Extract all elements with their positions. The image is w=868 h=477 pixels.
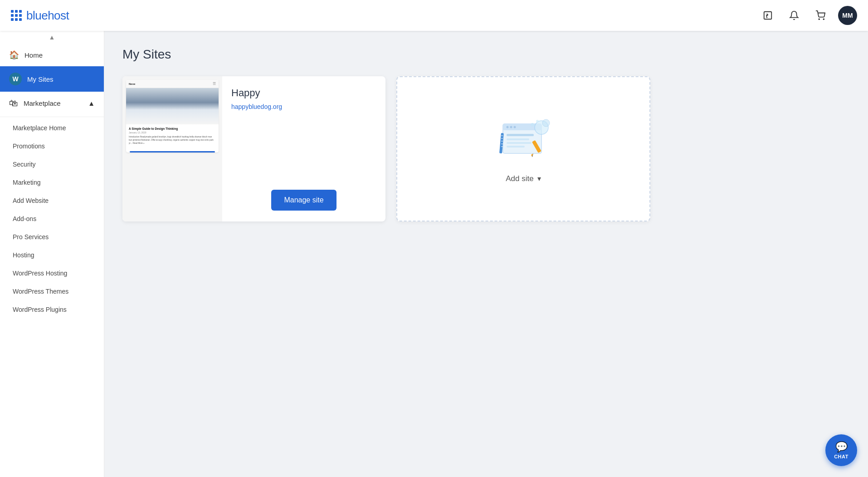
site-card: Neve ☰ A Simple Guide to Design Thinking… bbox=[122, 76, 385, 221]
help-icon bbox=[763, 10, 773, 20]
sidebar-item-promotions[interactable]: Promotions bbox=[0, 137, 104, 155]
svg-rect-12 bbox=[507, 146, 525, 148]
svg-rect-10 bbox=[507, 138, 529, 140]
sidebar-marketplace-label: Marketplace bbox=[24, 99, 61, 107]
svg-point-8 bbox=[514, 126, 516, 128]
logo-text: bluehost bbox=[26, 9, 69, 23]
sidebar-item-marketing[interactable]: Marketing bbox=[0, 173, 104, 192]
site-thumbnail: Neve ☰ A Simple Guide to Design Thinking… bbox=[122, 76, 222, 221]
bag-icon: 🛍 bbox=[9, 98, 18, 108]
bell-icon bbox=[789, 10, 799, 20]
sites-grid: Neve ☰ A Simple Guide to Design Thinking… bbox=[122, 76, 850, 221]
sidebar-item-pro-services[interactable]: Pro Services bbox=[0, 228, 104, 246]
sidebar-my-sites-label: My Sites bbox=[27, 75, 54, 83]
notifications-button[interactable] bbox=[785, 7, 803, 24]
cart-icon bbox=[815, 10, 825, 20]
sidebar: ▲ 🏠 Home W My Sites 🛍 Marketplace ▲ Mark… bbox=[0, 31, 104, 477]
marketplace-chevron: ▲ bbox=[88, 99, 95, 107]
add-site-label: Add site ▾ bbox=[506, 174, 541, 183]
sidebar-item-add-ons[interactable]: Add-ons bbox=[0, 210, 104, 228]
site-preview-image bbox=[126, 88, 219, 124]
sidebar-item-home[interactable]: 🏠 Home bbox=[0, 44, 104, 66]
site-preview-bar bbox=[130, 151, 215, 152]
add-site-card[interactable]: Add site ▾ bbox=[396, 76, 650, 221]
sidebar-item-marketplace-home[interactable]: Marketplace Home bbox=[0, 119, 104, 137]
svg-rect-11 bbox=[507, 142, 532, 144]
add-site-text: Add site bbox=[506, 174, 533, 183]
add-site-illustration bbox=[494, 115, 553, 167]
chat-button[interactable]: 💬 CHAT bbox=[825, 434, 857, 466]
svg-point-3 bbox=[823, 19, 824, 20]
manage-site-button[interactable]: Manage site bbox=[271, 190, 336, 211]
sidebar-item-my-sites[interactable]: W My Sites bbox=[0, 66, 104, 92]
site-preview-theme: Neve bbox=[129, 83, 135, 85]
chevron-down-icon: ▾ bbox=[537, 174, 541, 183]
site-name: Happy bbox=[231, 87, 376, 99]
sidebar-item-wordpress-themes[interactable]: WordPress Themes bbox=[0, 282, 104, 300]
sidebar-item-add-website[interactable]: Add Website bbox=[0, 192, 104, 210]
svg-point-1 bbox=[766, 17, 767, 18]
svg-point-23 bbox=[542, 119, 550, 127]
site-preview-body: Introduction Readymade godard brooklyn, … bbox=[129, 136, 216, 145]
home-icon: 🏠 bbox=[9, 50, 19, 60]
sidebar-item-wordpress-hosting[interactable]: WordPress Hosting bbox=[0, 264, 104, 282]
site-preview-content: A Simple Guide to Design Thinking Januar… bbox=[126, 124, 219, 148]
logo[interactable]: bluehost bbox=[11, 9, 69, 23]
site-preview-date: January 13, 2020 bbox=[129, 131, 216, 134]
sidebar-item-marketplace[interactable]: 🛍 Marketplace ▲ bbox=[0, 92, 104, 115]
help-button[interactable] bbox=[759, 7, 776, 24]
sidebar-scroll-up[interactable]: ▲ bbox=[0, 31, 104, 44]
svg-point-24 bbox=[531, 123, 534, 127]
site-info: Happy happybluedog.org Manage site bbox=[222, 76, 385, 221]
sidebar-divider bbox=[0, 117, 104, 117]
svg-point-25 bbox=[536, 120, 539, 123]
svg-point-6 bbox=[507, 126, 509, 128]
page-title: My Sites bbox=[122, 47, 850, 62]
sidebar-item-wordpress-plugins[interactable]: WordPress Plugins bbox=[0, 300, 104, 319]
chat-icon: 💬 bbox=[835, 441, 848, 453]
sidebar-home-label: Home bbox=[24, 51, 43, 59]
sidebar-item-hosting[interactable]: Hosting bbox=[0, 246, 104, 264]
cart-button[interactable] bbox=[812, 7, 829, 24]
site-preview-heading: A Simple Guide to Design Thinking bbox=[129, 127, 216, 130]
logo-grid-icon bbox=[11, 10, 22, 21]
preview-menu-icon: ☰ bbox=[213, 82, 216, 86]
site-preview: Neve ☰ A Simple Guide to Design Thinking… bbox=[126, 80, 219, 152]
header-actions: MM bbox=[759, 6, 857, 25]
svg-rect-9 bbox=[507, 134, 534, 136]
wordpress-icon: W bbox=[9, 73, 22, 85]
svg-point-7 bbox=[510, 126, 512, 128]
chat-label: CHAT bbox=[834, 454, 848, 459]
header: bluehost MM bbox=[0, 0, 868, 31]
site-url[interactable]: happybluedog.org bbox=[231, 103, 282, 110]
main-content: My Sites Neve ☰ A Simple Guide to Design… bbox=[104, 31, 868, 477]
svg-point-2 bbox=[819, 19, 819, 20]
avatar[interactable]: MM bbox=[838, 6, 857, 25]
sidebar-item-security[interactable]: Security bbox=[0, 155, 104, 173]
